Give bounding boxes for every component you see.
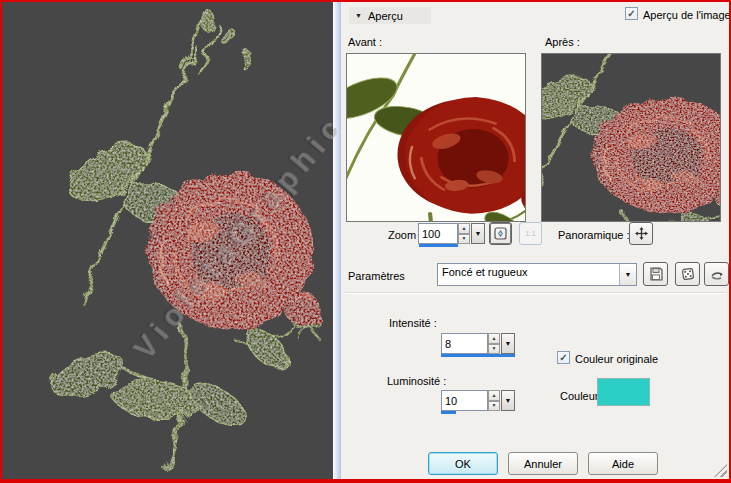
brightness-dropdown-button[interactable]: ▼ [501, 390, 515, 411]
zoom-spin-down-button[interactable]: ▼ [458, 234, 470, 245]
before-label: Avant : [348, 35, 382, 49]
chevron-down-icon: ▼ [625, 271, 632, 278]
reset-to-default-button[interactable] [704, 262, 729, 286]
one-to-one-icon: 1:1 [525, 229, 536, 238]
chevron-down-icon: ▼ [505, 340, 512, 347]
window-edge [333, 2, 341, 479]
move-arrows-icon [635, 227, 648, 240]
collapse-arrow-icon: ▼ [355, 12, 362, 19]
auto-proof-button[interactable] [489, 222, 512, 245]
brightness-spin-down-button[interactable]: ▼ [488, 401, 500, 412]
dice-icon [681, 267, 695, 281]
intensity-input[interactable] [441, 333, 488, 354]
pan-button[interactable] [629, 222, 653, 245]
navigate-target-icon [494, 227, 507, 240]
resize-grip[interactable] [714, 464, 727, 477]
intensity-spin-up-button[interactable]: ▲ [488, 333, 500, 344]
preview-section-toggle[interactable]: ▼ Aperçu [349, 7, 431, 24]
zoom-spin-up-button[interactable]: ▲ [458, 223, 470, 234]
after-preview-thumbnail[interactable] [541, 53, 721, 222]
section-divider [345, 292, 725, 294]
save-preset-button[interactable] [643, 262, 668, 286]
spin-down-icon: ▼ [492, 403, 497, 408]
brightness-spin-up-button[interactable]: ▲ [488, 390, 500, 401]
cancel-button[interactable]: Annuler [508, 452, 578, 475]
intensity-dropdown-button[interactable]: ▼ [501, 333, 515, 354]
original-color-checkbox[interactable]: ✓ [557, 351, 570, 364]
after-rose-image [542, 54, 720, 221]
zoom-input[interactable] [418, 223, 458, 244]
brightness-input[interactable] [441, 390, 488, 411]
presets-dropdown-arrow[interactable]: ▼ [619, 264, 636, 285]
effect-dialog-window: ▼ Aperçu ✓ Aperçu de l'image Avant : Apr… [0, 0, 731, 483]
image-preview-checkbox-label: Aperçu de l'image [643, 8, 731, 22]
before-rose-image [347, 54, 525, 221]
image-canvas [2, 2, 333, 479]
zoom-value-bar [419, 244, 458, 247]
chevron-down-icon: ▼ [475, 230, 482, 237]
intensity-value-bar [441, 354, 515, 357]
randomize-preset-button[interactable] [675, 262, 700, 286]
after-label: Après : [545, 35, 580, 49]
intensity-spin-down-button[interactable]: ▼ [488, 344, 500, 355]
one-to-one-button[interactable]: 1:1 [519, 222, 542, 245]
intensity-label: Intensité : [389, 316, 437, 330]
help-button[interactable]: Aide [588, 452, 658, 475]
save-icon [649, 267, 663, 281]
image-preview-checkbox[interactable]: ✓ [625, 7, 638, 20]
chevron-down-icon: ▼ [505, 397, 512, 404]
presets-label: Paramètres [348, 269, 405, 283]
check-icon: ✓ [627, 9, 635, 19]
zoom-dropdown-button[interactable]: ▼ [471, 223, 485, 244]
spin-down-icon: ▼ [462, 236, 467, 241]
color-swatch[interactable] [597, 378, 650, 406]
brightness-label: Luminosité : [387, 374, 446, 388]
canvas-rose-image [2, 2, 333, 479]
reset-icon [710, 267, 724, 281]
spin-up-icon: ▲ [492, 393, 497, 398]
spin-up-icon: ▲ [462, 226, 467, 231]
before-preview-thumbnail[interactable] [346, 53, 526, 222]
presets-select[interactable]: Foncé et rugueux ▼ [437, 263, 637, 286]
check-icon: ✓ [559, 353, 567, 363]
presets-selected-value: Foncé et rugueux [438, 264, 619, 285]
preview-section-title: Aperçu [368, 10, 403, 22]
original-color-label: Couleur originale [575, 352, 658, 366]
spin-up-icon: ▲ [492, 336, 497, 341]
spin-down-icon: ▼ [492, 346, 497, 351]
dialog-panel: ▼ Aperçu ✓ Aperçu de l'image Avant : Apr… [341, 2, 729, 479]
brightness-value-bar [441, 411, 456, 414]
pan-label: Panoramique : [558, 228, 630, 242]
ok-button[interactable]: OK [428, 452, 498, 475]
